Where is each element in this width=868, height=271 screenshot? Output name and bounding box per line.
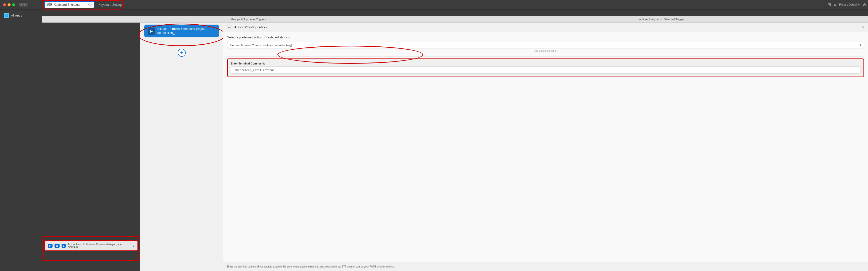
sidebar-item-all-apps[interactable]: 🌐 All Apps [1,11,41,20]
dropdown-value: Execute Terminal Command (Async, non-blo… [230,44,292,47]
config-icon: ··· [227,25,232,30]
right-pane: ··· Action Configuration × Select a pred… [223,16,434,135]
all-apps-icon: 🌐 [4,13,9,18]
minimize-button[interactable] [7,3,10,6]
action-item-selected[interactable]: ▶ Execute Terminal Command (Async, non-b… [144,25,219,37]
back-button[interactable]: <<< [19,3,28,6]
terminal-command-value: ~/bin/clear_notifications [233,68,275,72]
terminal-command-input[interactable]: ~/bin/clear_notifications [231,67,434,73]
config-body: Select a predefined action or keyboard s… [223,32,434,135]
tab-chevron-icon: ⓘ [89,2,91,7]
action-label: Execute Terminal Command (Async, non-blo… [157,27,206,35]
config-title: Action Configuration [234,25,267,29]
divider [227,56,434,57]
header-tabs: ⌨ Keyboard Shortcuts ⓘ Keyboard Settings… [42,0,434,9]
terminal-command-section: Enter Terminal Command: ~/bin/clear_noti… [227,59,434,77]
main-content: Groups & Top Level Triggers Actions Assi… [42,16,434,135]
action-item-container: ▶ Execute Terminal Command (Async, non-b… [142,25,221,37]
active-tab-label: Keyboard Shortcuts [54,3,80,6]
tab-keyboard-shortcuts[interactable]: ⌨ Keyboard Shortcuts ⓘ [44,1,94,8]
keyboard-icon: ⌨ [47,3,52,7]
middle-pane: ▶ Execute Terminal Command (Async, non-b… [140,16,223,135]
config-header: ··· Action Configuration × [223,23,434,32]
select-action-label: Select a predefined action or keyboard s… [227,36,434,39]
add-additional-action-link[interactable]: Add additional action [227,49,434,52]
add-action-button[interactable]: + [178,49,186,57]
terminal-command-label: Enter Terminal Command: [231,62,434,65]
left-pane: fn ⌘ L Action: Execute Terminal Command … [42,16,140,135]
close-button[interactable] [3,3,6,6]
action-type-dropdown[interactable]: Execute Terminal Command (Async, non-blo… [227,42,434,48]
sidebar-item-label: All Apps [11,14,22,17]
traffic-lights [0,3,18,6]
inactive-tab-label: Keyboard Settings [98,3,123,6]
terminal-icon: ▶ [148,28,155,35]
maximize-button[interactable] [12,3,15,6]
tab-keyboard-settings[interactable]: Keyboard Settings [95,1,127,8]
sidebar: 🌐 All Apps [0,9,42,135]
sub-header-groups: Groups & Top Level Triggers [42,16,434,22]
sub-header: Groups & Top Level Triggers Actions Assi… [42,16,434,23]
